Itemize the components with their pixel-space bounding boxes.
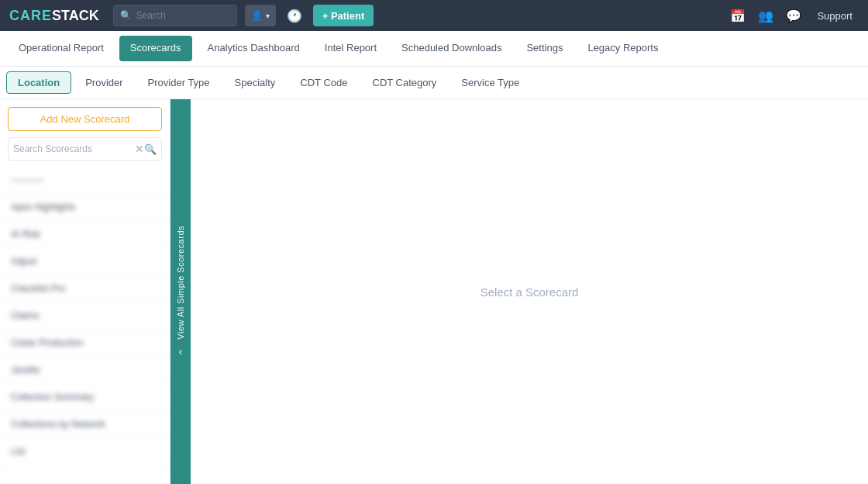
- scorecard-list-item[interactable]: List: [0, 438, 170, 465]
- sidebar: Add New Scorecard ✕ 🔍 ─────Apex Highligh…: [0, 99, 170, 484]
- nav-item-intel-report[interactable]: Intel Report: [312, 31, 389, 66]
- nav-item-legacy-reports[interactable]: Legacy Reports: [575, 31, 670, 66]
- user-icon: 👤: [251, 10, 263, 21]
- nav-item-scheduled-downloads[interactable]: Scheduled Downloads: [389, 31, 514, 66]
- scorecard-list-item[interactable]: Javelle: [0, 357, 170, 384]
- search-icon: 🔍: [120, 10, 132, 21]
- content-area: Add New Scorecard ✕ 🔍 ─────Apex Highligh…: [0, 99, 868, 484]
- support-button[interactable]: Support: [811, 7, 859, 25]
- scorecard-list-item[interactable]: At Risk: [0, 221, 170, 248]
- chat-icon[interactable]: 💬: [783, 5, 804, 26]
- collapse-panel-button[interactable]: View All Simple Scorecards ‹: [170, 99, 191, 484]
- search-scorecards-icon: 🔍: [144, 143, 157, 155]
- sub-nav-item-cdt-category[interactable]: CDT Category: [362, 72, 448, 93]
- logo-care: CARE: [9, 8, 52, 24]
- add-patient-button[interactable]: + Patient: [313, 5, 374, 26]
- nav-item-settings[interactable]: Settings: [514, 31, 575, 66]
- add-new-scorecard-button[interactable]: Add New Scorecard: [8, 107, 162, 131]
- calendar-icon[interactable]: 📅: [727, 5, 749, 26]
- collapse-label: View All Simple Scorecards: [176, 226, 185, 340]
- search-scorecards-input[interactable]: [13, 143, 135, 154]
- sub-nav-item-provider-type[interactable]: Provider Type: [137, 72, 221, 93]
- user-menu-button[interactable]: 👤 ▾: [245, 5, 276, 26]
- clock-icon: 🕐: [287, 9, 302, 23]
- scorecard-list-item[interactable]: Claims: [0, 302, 170, 330]
- main-navigation: Operational ReportScorecardsAnalytics Da…: [0, 31, 868, 67]
- nav-item-analytics-dashboard[interactable]: Analytics Dashboard: [195, 31, 312, 66]
- scorecard-list-item[interactable]: Collection Summary: [0, 384, 170, 411]
- top-nav-right: 📅 👥 💬 Support: [727, 5, 859, 26]
- nav-item-operational-report[interactable]: Operational Report: [6, 31, 116, 66]
- search-scorecards-container: ✕ 🔍: [8, 137, 162, 161]
- chevron-down-icon: ▾: [266, 12, 270, 20]
- logo-stack: STACK: [52, 8, 99, 24]
- sub-nav-item-cdt-code[interactable]: CDT Code: [289, 72, 358, 93]
- scorecard-list-item[interactable]: Adjust: [0, 248, 170, 275]
- clear-search-icon[interactable]: ✕: [135, 143, 144, 155]
- scorecard-list-item[interactable]: Checklist Pro: [0, 275, 170, 302]
- people-icon[interactable]: 👥: [755, 5, 777, 26]
- scorecard-list-item[interactable]: Apex Highlights: [0, 194, 170, 221]
- select-scorecard-message: Select a Scorecard: [480, 285, 579, 299]
- scorecard-list: ─────Apex HighlightsAt RiskAdjustCheckli…: [0, 167, 170, 484]
- logo[interactable]: CARE STACK: [9, 8, 99, 24]
- sub-nav-item-specialty[interactable]: Specialty: [224, 72, 287, 93]
- scorecard-list-item[interactable]: Cedar Production: [0, 330, 170, 357]
- sub-navigation: LocationProviderProvider TypeSpecialtyCD…: [0, 67, 868, 99]
- sub-nav-item-location[interactable]: Location: [6, 71, 71, 94]
- sub-nav-item-service-type[interactable]: Service Type: [450, 72, 530, 93]
- global-search-bar[interactable]: 🔍: [113, 5, 237, 26]
- scorecard-list-item[interactable]: ─────: [0, 167, 170, 194]
- chevron-left-icon: ‹: [179, 345, 183, 358]
- clock-button[interactable]: 🕐: [284, 5, 305, 26]
- main-content-panel: Select a Scorecard: [191, 99, 868, 484]
- sub-nav-item-provider[interactable]: Provider: [74, 72, 133, 93]
- top-navigation: CARE STACK 🔍 👤 ▾ 🕐 + Patient 📅 👥 💬 Suppo…: [0, 0, 868, 31]
- global-search-input[interactable]: [136, 10, 229, 21]
- nav-item-scorecards[interactable]: Scorecards: [119, 36, 192, 61]
- scorecard-list-item[interactable]: Collections by Network: [0, 411, 170, 438]
